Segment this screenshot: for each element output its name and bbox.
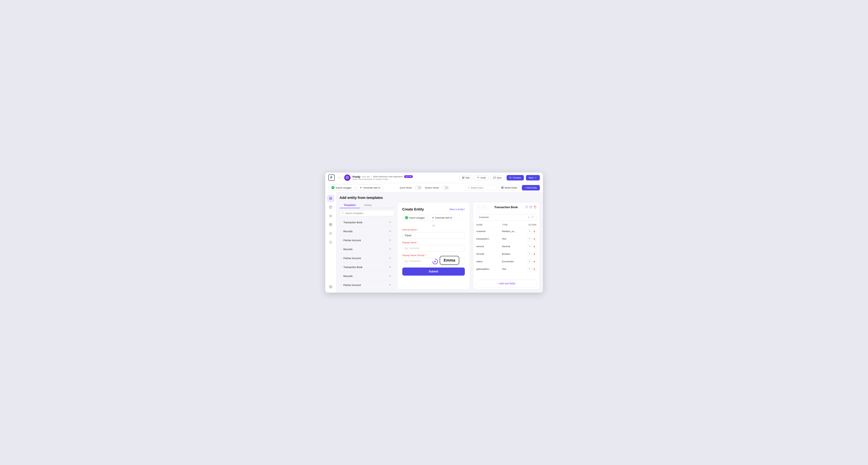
list-item[interactable]: › Records + <box>340 227 394 236</box>
list-item[interactable]: › Partner Account + <box>340 254 394 263</box>
quick-mode-toggle[interactable] <box>415 186 422 190</box>
rp-actions <box>525 205 536 209</box>
add-template-icon[interactable]: + <box>388 283 392 287</box>
what-is-entity-link[interactable]: What is Entity? <box>450 208 465 211</box>
rp-edit-icon[interactable] <box>529 205 532 209</box>
template-search-icon <box>341 212 344 214</box>
quick-mode-label: Quick Mode <box>400 187 412 189</box>
generate-ai-button-header[interactable]: ✦ Generate with AI <box>356 185 383 191</box>
ce-import-swagger-button[interactable]: S Import swagger <box>402 214 428 221</box>
field-type: Decimal <box>502 245 526 248</box>
undo-button[interactable]: Undo <box>474 175 489 180</box>
nav-settings-icon[interactable] <box>327 283 334 291</box>
nav-bell-icon[interactable] <box>327 238 334 246</box>
list-item[interactable]: › Transaction Book + <box>340 263 394 271</box>
svg-marker-14 <box>330 214 332 217</box>
rp-delete-icon[interactable] <box>534 205 536 209</box>
search-input[interactable] <box>471 187 495 189</box>
chevron-right-icon: › <box>341 284 342 286</box>
add-entity-button[interactable]: + Add Entity <box>522 185 540 191</box>
rp-next-button[interactable]: › <box>482 205 487 210</box>
row-actions: ✎ 🗑 <box>528 252 536 256</box>
row-edit-button[interactable]: ✎ <box>528 267 531 271</box>
next-button[interactable]: Next <box>526 175 540 180</box>
add-template-icon[interactable]: + <box>388 274 392 278</box>
rp-prev-button[interactable]: ‹ <box>476 205 481 210</box>
row-actions: ✎ 🗑 <box>528 260 536 264</box>
row-delete-button[interactable]: 🗑 <box>533 244 536 248</box>
import-swagger-button-header[interactable]: S Import swagger <box>329 185 355 191</box>
version-badge[interactable]: V.1 ▼ <box>404 175 413 178</box>
system-mode-toggle[interactable] <box>442 186 449 190</box>
row-delete-button[interactable]: 🗑 <box>533 260 536 264</box>
table-row: transactionT... Text ✎ 🗑 <box>476 235 536 243</box>
tab-templates[interactable]: Templates <box>340 202 360 208</box>
rp-header: ‹ › Transaction Book <box>473 202 539 212</box>
row-delete-button[interactable]: 🗑 <box>533 252 536 256</box>
content-header: S Import swagger ✦ Generate with AI Quic… <box>325 183 543 193</box>
back-button[interactable]: ← <box>337 175 342 180</box>
row-delete-button[interactable]: 🗑 <box>533 267 536 271</box>
display-name-input[interactable] <box>402 245 465 252</box>
row-delete-button[interactable]: 🗑 <box>533 229 536 233</box>
nav-dashboard-icon[interactable] <box>327 203 334 211</box>
internal-name-input[interactable] <box>402 232 465 239</box>
nav-gift-icon[interactable] <box>327 221 334 228</box>
rp-history-icon[interactable] <box>525 205 528 209</box>
display-name-plural-label: Display Name (Plural) * <box>402 254 465 257</box>
svg-marker-0 <box>510 177 511 179</box>
nav-star-icon[interactable] <box>327 212 334 220</box>
row-delete-button[interactable]: 🗑 <box>533 237 536 241</box>
info-icon: ⓘ <box>531 216 534 219</box>
row-edit-button[interactable]: ✎ <box>528 244 531 248</box>
list-item[interactable]: › Partner Account + <box>340 236 394 245</box>
add-template-icon[interactable]: + <box>388 229 392 233</box>
add-template-icon[interactable]: + <box>388 265 392 269</box>
tab-library[interactable]: Library <box>360 202 376 208</box>
submit-button[interactable]: Submit <box>402 268 465 275</box>
swagger-icon-small: S <box>405 216 408 219</box>
sync-button[interactable]: Sync <box>491 175 504 180</box>
row-edit-button[interactable]: ✎ <box>528 260 531 264</box>
edit-button[interactable]: Edit <box>459 175 472 180</box>
list-item[interactable]: › Partner Account + <box>340 281 394 290</box>
svg-rect-10 <box>330 199 330 199</box>
template-search-input[interactable] <box>340 210 394 216</box>
create-entity-title: Create Entity <box>402 207 424 211</box>
preview-button[interactable]: Preview <box>506 175 524 180</box>
add-template-icon[interactable]: + <box>388 220 392 225</box>
model-editor-button[interactable]: Model Editor <box>499 185 520 191</box>
row-edit-button[interactable]: ✎ <box>528 237 531 241</box>
search-bar[interactable] <box>465 185 497 190</box>
rp-customer-dropdown[interactable]: Customer ▼ ⓘ <box>476 214 536 221</box>
table-row: customer Relation_us... ✎ 🗑 <box>476 228 536 235</box>
svg-rect-8 <box>331 197 332 198</box>
multi-subdomain-label: Multi-subdomain mode application <box>373 175 403 178</box>
display-name-plural-input[interactable] <box>402 258 465 264</box>
field-name: customer <box>476 230 501 233</box>
add-template-icon[interactable]: + <box>388 256 392 260</box>
row-edit-button[interactable]: ✎ <box>528 252 531 256</box>
svg-rect-9 <box>331 199 332 199</box>
list-item[interactable]: › Records + <box>340 245 394 254</box>
nav-user-icon[interactable] <box>327 230 334 237</box>
field-name: gatewayRes... <box>476 268 501 270</box>
chevron-right-icon: › <box>341 221 342 224</box>
swagger-icon: S <box>331 186 335 189</box>
add-new-fields-button[interactable]: + Add new fields <box>476 280 536 287</box>
list-item[interactable]: › Records + <box>340 272 394 280</box>
svg-line-20 <box>343 213 343 213</box>
chevron-right-icon: › <box>341 266 342 268</box>
row-edit-button[interactable]: ✎ <box>528 229 531 233</box>
row-actions: ✎ 🗑 <box>528 267 536 271</box>
center-panel: Add entity from templates Templates Libr… <box>337 193 543 293</box>
table-row: amount Decimal ✎ 🗑 <box>476 243 536 250</box>
svg-rect-4 <box>503 187 503 188</box>
add-template-icon[interactable]: + <box>388 238 392 242</box>
ce-generate-ai-button[interactable]: ✦ Generate with AI <box>429 214 455 221</box>
field-type: Text <box>502 237 526 240</box>
add-template-icon[interactable]: + <box>388 247 392 252</box>
list-item[interactable]: › Transaction Book + <box>340 218 394 227</box>
mode-section: Quick Mode System Mode <box>385 186 463 190</box>
nav-grid-icon[interactable] <box>327 195 334 202</box>
